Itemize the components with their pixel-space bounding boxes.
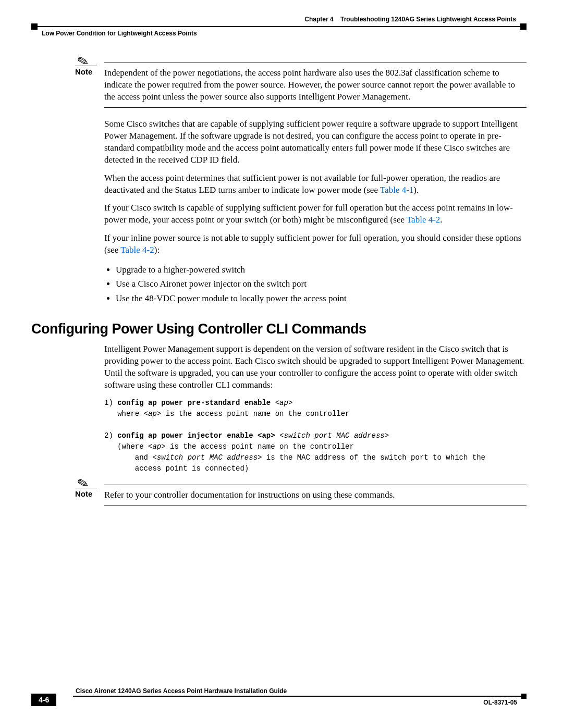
cli-arg: <switch port MAC address> xyxy=(152,453,262,462)
text: ): xyxy=(154,245,160,255)
cli-text: (where xyxy=(104,442,148,451)
header-chapter: Chapter 4 Troubleshooting 1240AG Series … xyxy=(304,16,516,23)
cli-arg: <ap> xyxy=(275,399,293,407)
text: ). xyxy=(413,185,419,195)
note-text: Refer to your controller documentation f… xyxy=(104,489,527,501)
note-rule-bottom xyxy=(104,505,527,505)
cli-text: and xyxy=(104,453,152,462)
table-link[interactable]: Table 4-2 xyxy=(120,245,154,255)
cli-cmd: config ap power pre-standard enable xyxy=(117,399,275,407)
list-item: Use a Cisco Aironet power injector on th… xyxy=(116,277,527,291)
table-link[interactable]: Table 4-1 xyxy=(380,185,413,195)
note-text: Independent of the power negotiations, t… xyxy=(104,67,527,103)
section-heading: Configuring Power Using Controller CLI C… xyxy=(31,321,527,337)
note-underline xyxy=(75,66,97,66)
chapter-label: Chapter 4 xyxy=(304,16,333,23)
paragraph: If your Cisco switch is capable of suppl… xyxy=(104,202,527,226)
list-item: Use the 48-VDC power module to locally p… xyxy=(116,291,527,305)
cli-arg: <switch port MAC address> xyxy=(279,431,389,440)
footer-title: Cisco Aironet 1240AG Series Access Point… xyxy=(76,687,287,695)
note-underline xyxy=(75,488,97,488)
doc-number: OL-8371-05 xyxy=(483,699,517,706)
note-rule-bottom xyxy=(104,107,527,108)
note-label: Note xyxy=(47,489,104,498)
header-section: Low Power Condition for Lightweight Acce… xyxy=(42,30,197,37)
footer-rule xyxy=(73,696,527,697)
paragraph: Intelligent Power Management support is … xyxy=(104,343,527,391)
header-rule xyxy=(31,26,527,27)
table-link[interactable]: Table 4-2 xyxy=(407,215,440,225)
cli-num: 1) xyxy=(104,399,117,407)
chapter-title: Troubleshooting 1240AG Series Lightweigh… xyxy=(340,16,516,23)
bullet-list: Upgrade to a higher-powered switch Use a… xyxy=(104,263,527,305)
header-square-left xyxy=(31,23,38,30)
note-block-2: ✎ Note Refer to your controller document… xyxy=(47,485,527,506)
cli-text: is the access point name on the controll… xyxy=(161,410,349,418)
text: When the access point determines that su… xyxy=(104,173,500,195)
cli-text: is the access point name on the controll… xyxy=(166,442,354,451)
cli-arg: <ap> xyxy=(148,442,166,451)
running-header: Chapter 4 Troubleshooting 1240AG Series … xyxy=(31,16,527,42)
paragraph: If your inline power source is not able … xyxy=(104,232,527,256)
header-square-right xyxy=(520,23,527,30)
cli-arg: <ap> xyxy=(144,410,162,418)
footer-square xyxy=(521,694,527,699)
list-item: Upgrade to a higher-powered switch xyxy=(116,263,527,277)
cli-text: where xyxy=(104,410,144,418)
page: Chapter 4 Troubleshooting 1240AG Series … xyxy=(0,0,563,728)
note-block-1: ✎ Note Independent of the power negotiat… xyxy=(47,63,527,108)
paragraph: When the access point determines that su… xyxy=(104,172,527,196)
cli-text: access point is connected) xyxy=(104,464,249,473)
running-footer: Cisco Aironet 1240AG Series Access Point… xyxy=(31,696,527,713)
cli-text: is the MAC address of the switch port to… xyxy=(262,453,485,462)
text: . xyxy=(440,215,442,225)
cli-num: 2) xyxy=(104,431,117,440)
text: If your inline power source is not able … xyxy=(104,233,521,255)
cli-block: 1) config ap power pre-standard enable <… xyxy=(104,398,527,474)
note-label: Note xyxy=(47,67,104,76)
content-area: ✎ Note Independent of the power negotiat… xyxy=(73,63,527,505)
page-number-badge: 4-6 xyxy=(31,694,56,706)
text: If your Cisco switch is capable of suppl… xyxy=(104,203,513,225)
paragraph: Some Cisco switches that are capable of … xyxy=(104,118,527,166)
cli-cmd: config ap power injector enable <ap> xyxy=(117,431,279,440)
